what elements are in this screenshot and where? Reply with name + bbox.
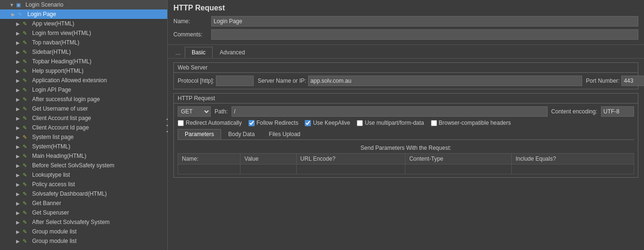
expand-arrow[interactable]: ▶	[16, 69, 23, 74]
sidebar-item-label: Application Allowed extesnion	[32, 77, 107, 84]
expand-arrow[interactable]: ▶	[16, 135, 23, 140]
expand-arrow[interactable]: ▶	[16, 229, 23, 234]
sidebar-item-get-username[interactable]: ▶✎Get Username of user	[0, 104, 167, 113]
dot3: •	[166, 129, 168, 134]
scenario-icon: ▣	[16, 2, 25, 8]
expand-arrow[interactable]: ▶	[16, 78, 23, 83]
sidebar-item-solvsafety-dashboard[interactable]: ▶✎Solvsafety Dashboard(HTML)	[0, 189, 167, 198]
server-input[interactable]	[308, 76, 582, 86]
name-input[interactable]	[211, 16, 638, 26]
sidebar-item-main-heading[interactable]: ▶✎Main Heading(HTML)	[0, 151, 167, 161]
sidebar-item-system-list[interactable]: ▶✎System list page	[0, 132, 167, 142]
checkboxes-row: Redirect Automatically Follow Redirects …	[178, 120, 634, 126]
port-input[interactable]	[621, 76, 644, 86]
expand-arrow[interactable]: ▶	[16, 106, 23, 112]
sidebar-item-after-login[interactable]: ▶✎After successful login page	[0, 95, 167, 104]
expand-arrow[interactable]: ▶	[16, 201, 23, 206]
script-icon: ✎	[23, 210, 31, 216]
tree-root: ▼ ▣ Login Scenario ▶✎Login Page▶✎App vie…	[0, 0, 167, 246]
drag-handle[interactable]: • • •	[166, 116, 168, 134]
col-content-type: Content-Type	[405, 154, 512, 164]
empty-cell-5	[512, 164, 634, 174]
expand-arrow[interactable]: ▶	[16, 210, 23, 216]
expand-arrow[interactable]: ▶	[16, 50, 23, 55]
sidebar-item-sidebar-html[interactable]: ▶✎Sidebar(HTML)	[0, 47, 167, 57]
script-icon: ✎	[23, 30, 31, 36]
browser-compat-checkbox[interactable]	[431, 120, 437, 126]
sidebar-item-label: Help support(HTML)	[32, 68, 84, 74]
sidebar-item-system-html[interactable]: ▶✎System(HTML)	[0, 142, 167, 151]
expand-arrow[interactable]: ▶	[16, 182, 23, 187]
expand-arrow[interactable]: ▶	[16, 125, 23, 130]
expand-arrow[interactable]: ▶	[16, 239, 23, 244]
secondary-tabs: Basic Advanced	[185, 47, 252, 58]
sidebar: ▼ ▣ Login Scenario ▶✎Login Page▶✎App vie…	[0, 0, 168, 250]
encoding-input[interactable]	[601, 106, 634, 117]
empty-cell-3	[296, 164, 405, 174]
sidebar-item-group-module-list-1[interactable]: ▶✎Group module list	[0, 227, 167, 236]
tab-advanced[interactable]: Advanced	[213, 47, 252, 58]
expand-arrow[interactable]: ▶	[16, 144, 23, 149]
expand-arrow[interactable]: ▶	[16, 59, 23, 64]
expand-arrow[interactable]: ▶	[16, 154, 23, 159]
sidebar-item-label: Policy access list	[32, 181, 75, 188]
collapse-arrow[interactable]: ▼	[9, 2, 16, 8]
follow-redirect-checkbox-item[interactable]: Follow Redirects	[249, 120, 299, 126]
sidebar-item-login-api-page[interactable]: ▶✎Login API Page	[0, 85, 167, 95]
keepalive-checkbox[interactable]	[305, 120, 311, 126]
expand-arrow[interactable]: ▶	[16, 191, 23, 197]
sidebar-item-get-superuser[interactable]: ▶✎Get Superuser	[0, 208, 167, 217]
sidebar-item-label: Get Username of user	[32, 105, 88, 112]
protocol-input[interactable]	[216, 76, 254, 86]
sidebar-item-login-page[interactable]: ▶✎Login Page	[0, 9, 167, 19]
script-icon: ✎	[23, 40, 31, 46]
tab-files-upload[interactable]: Files Upload	[262, 129, 308, 139]
expand-arrow[interactable]: ▶	[16, 172, 23, 178]
web-server-section: Web Server Protocol [http]: Server Name …	[173, 62, 638, 89]
method-select[interactable]: GET POST PUT DELETE	[178, 106, 211, 117]
browser-compat-checkbox-item[interactable]: Browser-compatible headers	[431, 120, 511, 126]
tab-body-data[interactable]: Body Data	[221, 129, 262, 139]
expand-arrow[interactable]: ▶	[16, 31, 23, 36]
expand-arrow[interactable]: ▶	[16, 116, 23, 121]
sidebar-item-group-module-list-2[interactable]: ▶✎Group module list	[0, 236, 167, 246]
tab-parameters[interactable]: Parameters	[178, 129, 221, 139]
script-icon: ✎	[23, 229, 31, 235]
keepalive-checkbox-item[interactable]: Use KeepAlive	[305, 120, 350, 126]
multipart-checkbox-item[interactable]: Use multipart/form-data	[357, 120, 424, 126]
sidebar-item-top-navbar[interactable]: ▶✎Top navbar(HTML)	[0, 38, 167, 47]
sidebar-item-label: Solvsafety Dashboard(HTML)	[32, 190, 107, 197]
sidebar-item-after-select-solv[interactable]: ▶✎After Select Solvsafety System	[0, 217, 167, 227]
sidebar-item-help-support[interactable]: ▶✎Help support(HTML)	[0, 66, 167, 76]
expand-arrow[interactable]: ▶	[16, 220, 23, 225]
multipart-checkbox[interactable]	[357, 120, 363, 126]
expand-arrow[interactable]: ▶	[16, 21, 23, 26]
sidebar-item-client-account-list[interactable]: ▶✎Client Account list page	[0, 113, 167, 123]
sidebar-item-app-allowed-ext[interactable]: ▶✎Application Allowed extesnion	[0, 76, 167, 85]
comments-label: Comments:	[173, 31, 211, 38]
three-dots: ...	[172, 49, 185, 56]
tab-basic[interactable]: Basic	[185, 47, 213, 58]
web-server-content: Protocol [http]: Server Name or IP: Port…	[174, 73, 638, 89]
sidebar-item-before-select-solv[interactable]: ▶✎Before Select SolvSafety system	[0, 161, 167, 170]
sidebar-item-app-view[interactable]: ▶✎App view(HTML)	[0, 19, 167, 28]
sidebar-item-lookuptype-list[interactable]: ▶✎Lookuptype list	[0, 170, 167, 180]
path-input[interactable]	[232, 106, 548, 117]
sidebar-item-get-banner[interactable]: ▶✎Get Banner	[0, 198, 167, 208]
expand-arrow[interactable]: ▶	[16, 87, 23, 93]
redirect-checkbox-item[interactable]: Redirect Automatically	[178, 120, 242, 126]
sidebar-item-topbar-heading[interactable]: ▶✎Topbar Heading(HTML)	[0, 57, 167, 66]
redirect-checkbox[interactable]	[178, 120, 184, 126]
sidebar-item-policy-access-list[interactable]: ▶✎Policy access list	[0, 180, 167, 189]
sidebar-item-login-form-view[interactable]: ▶✎Login form view(HTML)	[0, 28, 167, 38]
comments-input[interactable]	[211, 29, 638, 40]
script-icon: ✎	[23, 200, 31, 207]
expand-arrow[interactable]: ▶	[16, 97, 23, 102]
expand-arrow[interactable]: ▶	[16, 40, 23, 45]
name-label: Name:	[173, 18, 211, 25]
expand-arrow[interactable]: ▶	[16, 163, 23, 168]
sidebar-item-login-scenario[interactable]: ▼ ▣ Login Scenario	[0, 0, 167, 9]
follow-redirect-checkbox[interactable]	[249, 120, 255, 126]
sidebar-item-client-account-id[interactable]: ▶✎Client Account Id page	[0, 123, 167, 132]
expand-arrow[interactable]: ▶	[11, 12, 18, 17]
